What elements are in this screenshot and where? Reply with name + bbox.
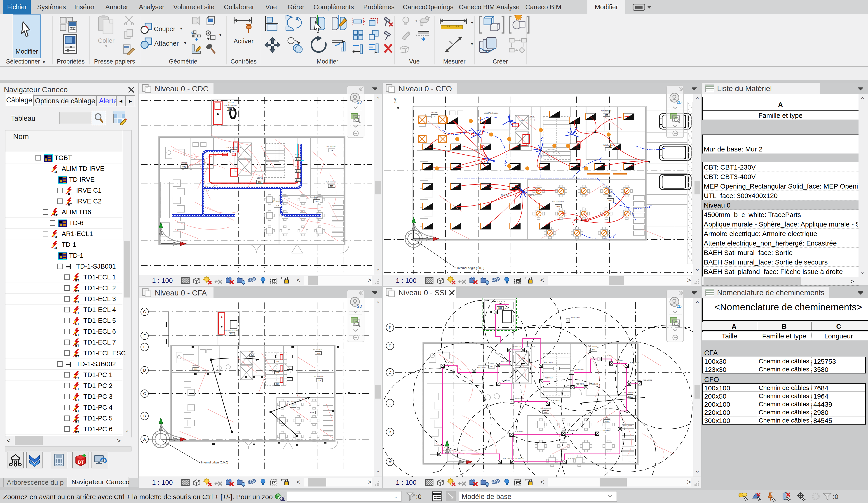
svg-text:PCB-USA01: PCB-USA01 xyxy=(589,383,598,385)
svg-text:Local de transformateur: Local de transformateur xyxy=(223,330,240,331)
svg-text:transformateur: transformateur xyxy=(224,104,237,106)
svg-text:D13: D13 xyxy=(296,158,300,160)
svg-text:WC femme: WC femme xyxy=(588,345,598,347)
svg-text:D06: D06 xyxy=(296,179,300,181)
svg-text:Café: Café xyxy=(310,412,314,414)
svg-text:T014POL7: T014POL7 xyxy=(501,194,508,196)
svg-text:BT: BT xyxy=(78,460,84,465)
svg-text:D06: D06 xyxy=(592,349,596,351)
svg-text:001: 001 xyxy=(433,115,436,118)
svg-text:Local de: Local de xyxy=(497,300,505,302)
svg-text:2D: 2D xyxy=(357,100,362,104)
svg-text:BT: BT xyxy=(75,387,79,390)
svg-text:Internal origin (0,0,0): Internal origin (0,0,0) xyxy=(457,266,484,270)
svg-text:Bureau: Bureau xyxy=(181,162,187,164)
svg-text:2D: 2D xyxy=(357,304,362,309)
svg-text:WC homme: WC homme xyxy=(624,391,634,393)
svg-text:007: 007 xyxy=(607,148,610,151)
svg-text:003: 003 xyxy=(232,150,235,153)
svg-text:PCB-USA01: PCB-USA01 xyxy=(571,316,580,318)
svg-text:T014POL: T014POL xyxy=(474,149,481,151)
svg-text:005: 005 xyxy=(315,200,318,203)
svg-text:Local Technique: Local Technique xyxy=(484,112,499,114)
svg-text:PCB-USA01: PCB-USA01 xyxy=(545,377,554,379)
svg-text:B: B xyxy=(389,430,391,434)
svg-text:D: D xyxy=(143,368,146,373)
svg-text:BT: BT xyxy=(75,420,79,423)
svg-text:Eleveo: Eleveo xyxy=(249,351,255,352)
svg-text:PCB-USA01: PCB-USA01 xyxy=(477,367,486,368)
svg-text:TL4: TL4 xyxy=(251,354,254,356)
svg-text:BT: BT xyxy=(75,409,79,412)
svg-text:PCB-USA01: PCB-USA01 xyxy=(551,400,560,401)
svg-text:Local Technique: Local Technique xyxy=(227,146,241,149)
svg-text:A: A xyxy=(143,437,146,442)
svg-text:D: D xyxy=(389,370,391,375)
svg-text:WC homme: WC homme xyxy=(603,144,614,146)
svg-text:BT: BT xyxy=(75,300,79,304)
svg-text:PCB-USA01: PCB-USA01 xyxy=(632,380,641,381)
svg-text:WC femme: WC femme xyxy=(313,348,322,350)
svg-text:BT: BT xyxy=(75,355,79,358)
svg-text:Bureau: Bureau xyxy=(488,362,494,364)
svg-text:BT: BT xyxy=(75,311,79,314)
svg-text:BT: BT xyxy=(75,344,79,347)
svg-text:CFA: CFA xyxy=(295,166,299,168)
svg-text:Bureau: Bureau xyxy=(193,364,198,366)
svg-text:BT: BT xyxy=(68,192,72,195)
svg-text:D11: D11 xyxy=(230,333,234,335)
svg-text:-...: -... xyxy=(508,316,511,319)
svg-text:PCB-USA01: PCB-USA01 xyxy=(576,383,585,385)
svg-text:G: G xyxy=(143,310,146,314)
svg-text:007: 007 xyxy=(318,379,321,381)
svg-text:BT: BT xyxy=(68,203,72,206)
svg-text:C: C xyxy=(389,401,391,405)
svg-text:WC homme: WC homme xyxy=(314,375,323,378)
svg-text:PCB-USA01: PCB-USA01 xyxy=(601,430,610,431)
svg-text:004: 004 xyxy=(544,411,547,413)
svg-text:BT: BT xyxy=(75,376,79,380)
svg-text:D02: D02 xyxy=(555,368,558,370)
svg-text:BT: BT xyxy=(75,290,79,293)
svg-text:T014PO.8: T014PO.8 xyxy=(528,194,536,196)
svg-text:D01: D01 xyxy=(490,366,494,368)
svg-text:D09: D09 xyxy=(276,372,279,373)
svg-text:PCB-USA01: PCB-USA01 xyxy=(568,458,577,459)
svg-text:006: 006 xyxy=(604,114,608,116)
svg-text:PCB-USA01: PCB-USA01 xyxy=(515,398,524,399)
svg-text:PCB-USA01: PCB-USA01 xyxy=(499,308,508,310)
svg-text:D18: D18 xyxy=(530,115,534,117)
svg-text:PCB-USA01: PCB-USA01 xyxy=(643,379,652,381)
svg-text:006: 006 xyxy=(317,352,320,354)
svg-text:Local de: Local de xyxy=(227,101,234,104)
svg-text:PCB-USA01: PCB-USA01 xyxy=(503,458,512,459)
svg-text:2D: 2D xyxy=(676,304,682,309)
svg-text:BT: BT xyxy=(75,398,79,401)
svg-text:BT: BT xyxy=(53,170,58,173)
svg-text:D08: D08 xyxy=(276,361,279,362)
svg-text:PCB-USA01: PCB-USA01 xyxy=(576,369,584,370)
svg-text:PCB-USA01: PCB-USA01 xyxy=(516,458,524,459)
svg-text:PCB-USA01: PCB-USA01 xyxy=(623,425,632,426)
svg-text:D05: D05 xyxy=(605,420,609,422)
svg-text:WC femme: WC femme xyxy=(601,110,612,112)
svg-text:PCB-USA01: PCB-USA01 xyxy=(513,346,521,348)
svg-text:BT: BT xyxy=(53,235,58,239)
svg-text:002: 002 xyxy=(258,181,261,183)
svg-text:PCB-USA01: PCB-USA01 xyxy=(446,362,455,363)
svg-text:Hall d'accueil: Hall d'accueil xyxy=(287,401,298,403)
svg-text:T014EOL1c: T014EOL1c xyxy=(518,120,527,121)
svg-text:WC homme: WC homme xyxy=(326,181,336,183)
svg-text:001: 001 xyxy=(182,166,186,168)
svg-text:Hall d'accueil: Hall d'accueil xyxy=(540,407,551,409)
svg-text:Hall d'accueil: Hall d'accueil xyxy=(552,201,564,203)
svg-text:004: 004 xyxy=(291,405,294,407)
svg-text:BT: BT xyxy=(53,214,58,217)
svg-text:001: 001 xyxy=(194,368,197,370)
svg-text:CFA: CFA xyxy=(295,153,299,155)
svg-text:PCB-USA01: PCB-USA01 xyxy=(526,346,535,348)
svg-text:B: B xyxy=(143,414,146,418)
svg-text:PCB-USA01: PCB-USA01 xyxy=(630,362,639,363)
svg-text:C: C xyxy=(143,392,146,396)
svg-text:HAUT: HAUT xyxy=(527,118,535,122)
